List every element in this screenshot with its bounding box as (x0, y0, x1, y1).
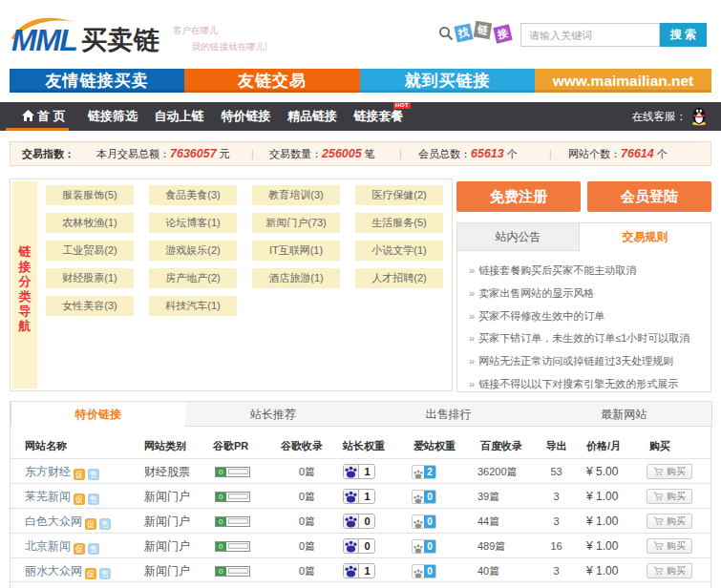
nav-item-1[interactable]: 首 页 (6, 102, 82, 131)
category-button[interactable]: 论坛博客(1) (149, 213, 237, 233)
site-name-cell[interactable]: 丽水大众网促售 (25, 558, 111, 583)
banner-seg-2[interactable]: 友链交易 (184, 69, 360, 93)
tab-site-announcement[interactable]: 站内公告 (457, 223, 580, 251)
search-button[interactable]: 搜 索 (660, 23, 707, 47)
find-tile-1: 找 (454, 23, 473, 42)
sale-badge: 售 (99, 568, 111, 579)
baidu-paw-icon (344, 514, 359, 528)
register-button[interactable]: 免费注册 (456, 181, 581, 212)
page: MML 买卖链 客户在哪儿 我的链接就在哪儿! 找链接 搜 索 友情链接买卖友链… (0, 0, 721, 588)
category-button[interactable]: 服装服饰(5) (46, 185, 134, 205)
site-name[interactable]: 东方财经 (25, 465, 71, 478)
category-button[interactable]: 农林牧渔(1) (46, 213, 134, 233)
nav-item-5[interactable]: 精品链接 (274, 102, 350, 131)
stats-index-label: 交易指数： (22, 142, 74, 165)
zz-weight-value: 0 (360, 539, 374, 553)
announcement-box: 站内公告 交易规则 »链接套餐购买后买家不能主动取消»卖家出售网站的显示风格»买… (456, 222, 711, 392)
baidu-paw-icon (344, 490, 359, 503)
category-cell: 新闻门户 (144, 509, 190, 534)
zz-weight-value: 1 (360, 465, 374, 478)
main-nav: 首 页链接筛选自动上链特价链接精品链接链接套餐 HOT 在线客服： (0, 102, 721, 131)
nav-item-4[interactable]: 特价链接 (208, 102, 285, 131)
category-cell: 新闻门户 (144, 534, 190, 558)
zz-weight-value: 1 (360, 564, 374, 578)
category-button[interactable]: 生活服务(5) (355, 213, 443, 233)
banner-seg-1[interactable]: 友情链接买卖 (10, 69, 184, 93)
table-tab-1[interactable]: 特价链接 (11, 401, 186, 427)
rule-item: »链接不得以以下对搜索引擎无效的形式展示 (469, 373, 698, 396)
table-row: 北京新闻促售新闻门户00篇00489篇16¥ 1.00购买 (11, 533, 710, 557)
nav-item-2[interactable]: 链接筛选 (74, 102, 151, 131)
table-tab-2[interactable]: 站长推荐 (185, 401, 362, 427)
tab-trade-rules[interactable]: 交易规则 (580, 223, 710, 251)
category-button[interactable]: 新闻门户(73) (252, 213, 340, 233)
exports-cell: 3 (535, 484, 578, 509)
category-button[interactable]: 游戏娱乐(2) (149, 241, 237, 261)
table-tab-3[interactable]: 出售排行 (361, 401, 538, 427)
logo-mml-text: MML (11, 25, 76, 55)
buy-button[interactable]: 购买 (647, 538, 692, 554)
category-button[interactable]: 房产地产(2) (149, 268, 237, 288)
category-button[interactable]: 医疗保健(2) (355, 185, 443, 205)
zz-weight-value: 0 (360, 514, 374, 528)
table-tab-4[interactable]: 最新网站 (536, 401, 712, 427)
buy-button[interactable]: 购买 (647, 489, 692, 504)
slogan-line1: 客户在哪儿 (173, 25, 326, 37)
hot-badge: HOT (393, 102, 411, 109)
promo-badge: 促 (74, 543, 85, 555)
category-side-title: 链接分类导航 (12, 244, 37, 333)
category-button[interactable]: 财经股票(1) (46, 268, 134, 288)
promo-badge: 促 (74, 469, 85, 480)
baidu-included-cell: 36200篇 (477, 459, 518, 484)
google-included-cell: 0篇 (281, 509, 333, 534)
az-weight-badge: 0 (412, 539, 436, 554)
stat-value: 256005 (322, 147, 362, 160)
category-button[interactable]: 酒店旅游(1) (252, 268, 340, 288)
promo-badge: 促 (85, 518, 96, 530)
stat-label: 本月交易总额： (96, 148, 170, 159)
zz-weight-badge: 0 (343, 514, 375, 529)
stat-value: 76614 (621, 147, 654, 160)
buy-button[interactable]: 购买 (647, 563, 692, 578)
search-input[interactable] (520, 23, 660, 47)
google-pr-bar: 0 (215, 541, 250, 552)
banner-seg-4[interactable]: www.maimailian.net (535, 69, 711, 93)
buy-button[interactable]: 购买 (647, 464, 692, 479)
site-name[interactable]: 白色大众网 (25, 514, 82, 528)
category-button[interactable]: 女性美容(3) (46, 296, 134, 316)
promo-badge: 促 (85, 568, 96, 579)
site-name[interactable]: 莱芜新闻 (25, 490, 71, 503)
baidu-paw-icon (344, 539, 359, 553)
zz-weight-badge: 1 (343, 464, 375, 479)
category-button[interactable]: 小说文学(1) (355, 241, 443, 261)
site-name-cell[interactable]: 北京新闻促售 (25, 534, 99, 558)
category-button[interactable]: 食品美食(3) (149, 185, 237, 205)
buy-label: 购买 (667, 491, 686, 501)
banner-seg-3[interactable]: 就到买链接 (360, 69, 535, 93)
price-cell: ¥ 1.00 (586, 558, 618, 583)
zz-weight-value: 1 (360, 490, 374, 503)
site-name-cell[interactable]: 白色大众网促售 (25, 509, 111, 534)
divider: | (251, 142, 254, 165)
nav-item-3[interactable]: 自动上链 (141, 102, 218, 131)
category-cell: 财经股票 (144, 459, 190, 484)
category-button[interactable]: 工业贸易(2) (46, 241, 134, 261)
login-button[interactable]: 会员登陆 (587, 181, 711, 212)
sale-badge: 售 (88, 494, 99, 505)
category-button[interactable]: IT互联网(1) (252, 241, 340, 261)
category-button[interactable]: 人才招聘(2) (355, 268, 443, 288)
aizhan-icon (413, 515, 424, 528)
price-cell: ¥ 1.00 (586, 534, 618, 558)
site-name-cell[interactable]: 莱芜新闻促售 (25, 484, 99, 509)
divider: | (549, 142, 552, 165)
baidu-included-cell: 39篇 (477, 484, 499, 509)
site-name[interactable]: 北京新闻 (25, 539, 71, 553)
qq-icon[interactable] (690, 106, 708, 126)
category-button[interactable]: 教育培训(3) (252, 185, 340, 205)
stat-site-count: 网站个数：76614 个 (568, 142, 668, 165)
category-button[interactable]: 科技汽车(1) (149, 296, 237, 316)
sale-badge: 售 (88, 543, 99, 555)
site-name-cell[interactable]: 东方财经促售 (25, 459, 99, 484)
site-name[interactable]: 丽水大众网 (25, 564, 82, 578)
buy-button[interactable]: 购买 (647, 514, 692, 529)
